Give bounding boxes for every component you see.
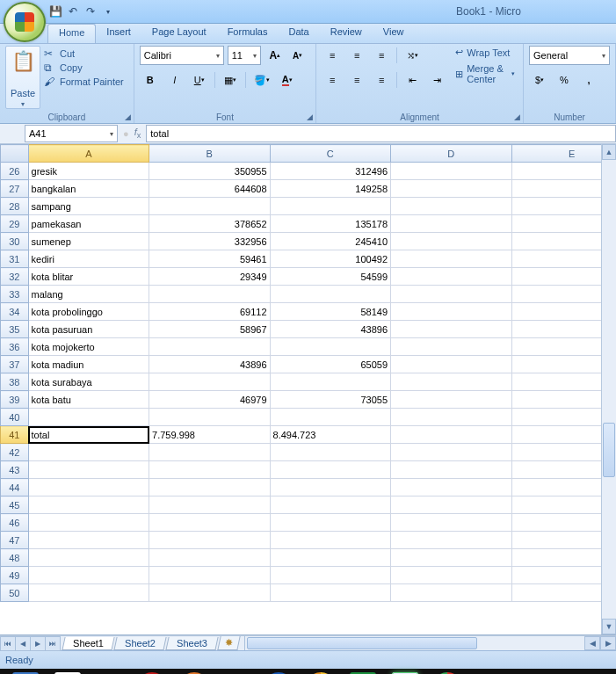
- row-header-30[interactable]: 30: [1, 233, 29, 250]
- border-button[interactable]: ▦▾: [220, 70, 241, 90]
- cell-D30[interactable]: [391, 233, 511, 250]
- cell-B36[interactable]: [149, 338, 270, 356]
- cell-A31[interactable]: kediri: [28, 250, 149, 268]
- cell-A45[interactable]: [28, 496, 149, 514]
- cell-B49[interactable]: [149, 567, 270, 584]
- cell-A40[interactable]: [28, 409, 149, 426]
- tab-formulas[interactable]: Formulas: [217, 24, 279, 43]
- tab-insert[interactable]: Insert: [96, 24, 141, 43]
- cell-D27[interactable]: [391, 180, 511, 198]
- cell-B31[interactable]: 59461: [149, 250, 270, 268]
- cell-A48[interactable]: [28, 549, 149, 567]
- cell-B37[interactable]: 43896: [149, 356, 270, 373]
- cell-B33[interactable]: [149, 286, 270, 303]
- increase-indent-button[interactable]: ⇥: [426, 70, 447, 90]
- row-header-26[interactable]: 26: [1, 163, 29, 180]
- cell-B47[interactable]: [149, 532, 270, 549]
- cell-A49[interactable]: [28, 567, 149, 584]
- cell-C28[interactable]: [270, 198, 390, 215]
- col-header-D[interactable]: D: [391, 145, 511, 163]
- cell-C46[interactable]: [270, 514, 390, 532]
- clipboard-launcher-icon[interactable]: ◢: [125, 112, 131, 121]
- row-header-31[interactable]: 31: [1, 250, 29, 268]
- cell-B26[interactable]: 350955: [149, 163, 270, 180]
- cell-C33[interactable]: [270, 286, 390, 303]
- row-header-49[interactable]: 49: [1, 567, 29, 584]
- tab-review[interactable]: Review: [320, 24, 373, 43]
- row-header-45[interactable]: 45: [1, 496, 29, 514]
- cell-D36[interactable]: [391, 338, 511, 356]
- select-all-corner[interactable]: [1, 145, 29, 163]
- cell-C36[interactable]: [270, 338, 390, 356]
- horizontal-scrollbar[interactable]: [244, 636, 584, 650]
- hscroll-thumb[interactable]: [247, 637, 477, 649]
- col-header-B[interactable]: B: [149, 145, 270, 163]
- worksheet-grid[interactable]: ABCDE26gresik35095531249627bangkalan6446…: [0, 144, 616, 635]
- cell-A32[interactable]: kota blitar: [28, 268, 149, 286]
- cell-D26[interactable]: [391, 163, 511, 180]
- tab-home[interactable]: Home: [47, 24, 96, 43]
- alignment-launcher-icon[interactable]: ◢: [514, 112, 520, 121]
- row-header-32[interactable]: 32: [1, 268, 29, 286]
- cell-D31[interactable]: [391, 250, 511, 268]
- cell-C30[interactable]: 245410: [270, 233, 390, 250]
- row-header-47[interactable]: 47: [1, 532, 29, 549]
- italic-button[interactable]: I: [164, 70, 185, 90]
- redo-icon[interactable]: ↷: [84, 5, 97, 18]
- cell-D43[interactable]: [391, 461, 511, 479]
- cell-C41[interactable]: 8.494.723: [270, 426, 390, 444]
- font-launcher-icon[interactable]: ◢: [307, 112, 313, 121]
- col-header-A[interactable]: A: [28, 145, 149, 163]
- sheet-nav-first[interactable]: ⏮: [0, 636, 16, 651]
- cell-B30[interactable]: 332956: [149, 233, 270, 250]
- grow-font-button[interactable]: A▴: [265, 46, 286, 65]
- align-left-button[interactable]: ≡: [322, 70, 343, 90]
- cell-D40[interactable]: [391, 409, 511, 426]
- cell-D46[interactable]: [391, 514, 511, 532]
- sheet-tab-3[interactable]: Sheet3: [165, 637, 218, 650]
- font-color-button[interactable]: A▾: [277, 70, 298, 90]
- row-header-43[interactable]: 43: [1, 461, 29, 479]
- cell-D38[interactable]: [391, 373, 511, 391]
- scroll-up-icon[interactable]: ▲: [602, 144, 616, 160]
- cell-D45[interactable]: [391, 496, 511, 514]
- cell-D35[interactable]: [391, 321, 511, 338]
- align-right-button[interactable]: ≡: [371, 70, 392, 90]
- cell-C38[interactable]: [270, 373, 390, 391]
- cell-C45[interactable]: [270, 496, 390, 514]
- cell-C31[interactable]: 100492: [270, 250, 390, 268]
- cell-D28[interactable]: [391, 198, 511, 215]
- row-header-36[interactable]: 36: [1, 338, 29, 356]
- align-middle-button[interactable]: ≡: [346, 46, 367, 65]
- cell-B46[interactable]: [149, 514, 270, 532]
- number-format-combo[interactable]: General▾: [529, 46, 610, 65]
- cell-A29[interactable]: pamekasan: [28, 215, 149, 233]
- cell-A39[interactable]: kota batu: [28, 391, 149, 409]
- cell-C35[interactable]: 43896: [270, 321, 390, 338]
- scroll-left-icon[interactable]: ◀: [584, 636, 600, 650]
- row-header-35[interactable]: 35: [1, 321, 29, 338]
- cell-D48[interactable]: [391, 549, 511, 567]
- cell-C37[interactable]: 65059: [270, 356, 390, 373]
- formula-input[interactable]: total: [146, 125, 616, 142]
- cell-C29[interactable]: 135178: [270, 215, 390, 233]
- tab-view[interactable]: View: [373, 24, 415, 43]
- cell-C39[interactable]: 73055: [270, 391, 390, 409]
- cell-C48[interactable]: [270, 549, 390, 567]
- cell-B39[interactable]: 46979: [149, 391, 270, 409]
- cell-C34[interactable]: 58149: [270, 303, 390, 321]
- cell-A26[interactable]: gresik: [28, 163, 149, 180]
- cell-D44[interactable]: [391, 479, 511, 496]
- cell-B35[interactable]: 58967: [149, 321, 270, 338]
- name-box[interactable]: A41▾: [25, 125, 118, 142]
- bold-button[interactable]: B: [140, 70, 161, 90]
- cell-D42[interactable]: [391, 444, 511, 461]
- cell-A38[interactable]: kota surabaya: [28, 373, 149, 391]
- row-header-41[interactable]: 41: [1, 426, 29, 444]
- cell-A33[interactable]: malang: [28, 286, 149, 303]
- scroll-right-icon[interactable]: ▶: [600, 636, 616, 650]
- row-header-42[interactable]: 42: [1, 444, 29, 461]
- row-header-50[interactable]: 50: [1, 584, 29, 602]
- sheet-nav-prev[interactable]: ◀: [15, 636, 31, 651]
- cell-D47[interactable]: [391, 532, 511, 549]
